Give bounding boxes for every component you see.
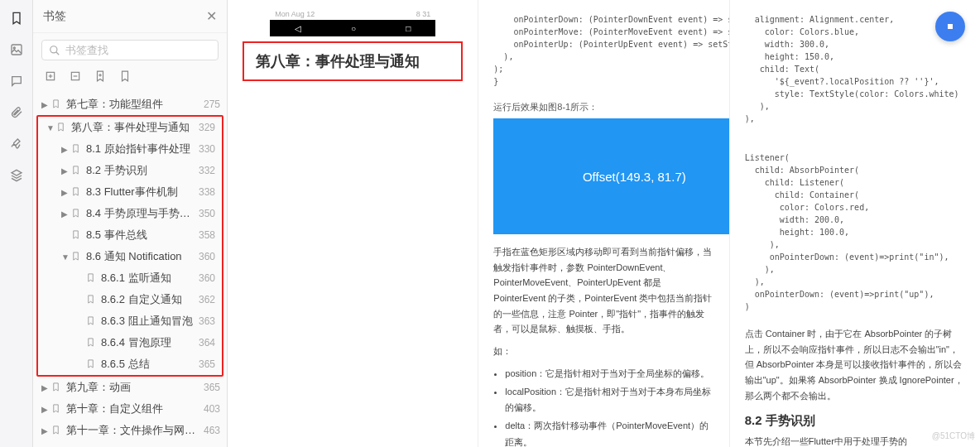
tree-item-page: 350 xyxy=(199,208,215,219)
svg-rect-0 xyxy=(12,45,22,55)
tree-item-label: 8.6 通知 Notification xyxy=(86,249,195,264)
tree-item-label: 8.4 手势原理与手势冲突 xyxy=(86,206,195,221)
tree-item[interactable]: ▶第十一章：文件操作与网络请求463 xyxy=(33,420,227,441)
bookmark-item-icon xyxy=(86,316,98,327)
tree-item[interactable]: 8.6.4 冒泡原理364 xyxy=(38,332,222,353)
chapter-title: 第八章：事件处理与通知 xyxy=(243,41,463,81)
bookmark-icon[interactable] xyxy=(8,10,25,26)
bookmark-sidebar: 书签 ✕ ▶第七章：功能型组件275▼第八章：事件处理与通知329▶8.1 原始… xyxy=(33,0,228,447)
heading-2: 8.2 手势识别 xyxy=(745,413,965,429)
paragraph: 如： xyxy=(493,344,713,359)
tree-item-label: 第九章：动画 xyxy=(66,380,200,395)
bookmark-toolbar xyxy=(33,67,227,90)
bookmark-item-icon xyxy=(86,338,98,348)
tree-item[interactable]: ▶第九章：动画365 xyxy=(33,377,227,398)
offset-text: Offset(149.3, 81.7) xyxy=(583,170,686,184)
tree-item-label: 8.6.4 冒泡原理 xyxy=(101,335,195,350)
demo-blue-box: Offset(149.3, 81.7) xyxy=(493,118,729,234)
tree-item[interactable]: ▼第八章：事件处理与通知329 xyxy=(38,117,222,138)
attachment-icon[interactable] xyxy=(8,104,25,121)
bullet-item: position：它是指针相对于当对于全局坐标的偏移。 xyxy=(505,366,713,382)
tree-arrow-icon: ▶ xyxy=(41,426,50,435)
tree-arrow-icon: ▼ xyxy=(61,252,70,262)
tree-item[interactable]: ▶8.4 手势原理与手势冲突350 xyxy=(38,203,222,224)
tree-item[interactable]: 8.6.3 阻止通知冒泡363 xyxy=(38,310,222,332)
search-input[interactable] xyxy=(65,44,211,56)
close-icon[interactable]: ✕ xyxy=(206,8,217,24)
code-block: Listener( child: AbsorbPointer( child: L… xyxy=(745,147,965,318)
tree-arrow-icon: ▶ xyxy=(61,209,70,219)
code-block: alignment: Alignment.center, color: Colo… xyxy=(745,8,965,130)
watermark: @51CTO博 xyxy=(932,430,975,442)
page-column-3: alignment: Alignment.center, color: Colo… xyxy=(730,0,980,447)
tree-item-label: 8.6.3 阻止通知冒泡 xyxy=(101,314,195,329)
tree-arrow-icon: ▶ xyxy=(41,100,50,109)
tree-item-page: 363 xyxy=(199,315,215,327)
tree-item-page: 330 xyxy=(199,143,215,155)
tree-item-label: 8.2 手势识别 xyxy=(86,163,195,178)
content-area: Mon Aug 12 8 31 ◁ ○ □ 第八章：事件处理与通知 onPoin… xyxy=(228,0,980,447)
phone-statusbar: Mon Aug 12 8 31 xyxy=(270,8,435,20)
tree-item[interactable]: 8.6.5 总结365 xyxy=(38,353,222,375)
bookmark-item-icon xyxy=(51,99,63,110)
bookmark-item-icon xyxy=(51,425,63,436)
tree-item-label: 8.1 原始指针事件处理 xyxy=(86,142,195,156)
bookmark-item-icon xyxy=(86,273,98,284)
layers-icon[interactable] xyxy=(8,167,25,184)
tree-item[interactable]: ▶8.3 Flutter事件机制338 xyxy=(38,181,222,203)
expand-all-icon[interactable] xyxy=(45,70,58,84)
bullet-item: delta：两次指针移动事件（PointerMoveEvent）的距离。 xyxy=(505,418,713,447)
bullet-item: localPosition：它是指针相对于当对于本身布局坐标的偏移。 xyxy=(505,384,713,417)
tree-item-page: 275 xyxy=(204,99,220,110)
tree-item[interactable]: 8.5 事件总线358 xyxy=(38,224,222,246)
tree-item[interactable]: ▶8.2 手势识别332 xyxy=(38,160,222,181)
tree-arrow-icon: ▶ xyxy=(61,188,70,197)
bookmark-item-icon xyxy=(51,404,63,415)
search-input-wrap[interactable] xyxy=(41,40,219,60)
tree-item-page: 360 xyxy=(199,272,215,284)
signature-icon[interactable] xyxy=(8,136,25,152)
tree-item-page: 403 xyxy=(204,403,220,415)
nav-recent-icon: □ xyxy=(406,24,411,33)
tree-item[interactable]: 8.6.1 监听通知360 xyxy=(38,267,222,289)
bookmark-item-icon xyxy=(86,295,98,305)
bookmark-outline-icon[interactable] xyxy=(119,70,132,84)
tree-item-page: 338 xyxy=(199,186,215,198)
bookmark-item-icon xyxy=(71,252,83,262)
tree-item-label: 8.3 Flutter事件机制 xyxy=(86,185,195,199)
phone-navbar: ◁ ○ □ xyxy=(270,20,435,36)
svg-point-1 xyxy=(13,47,15,49)
bookmark-item-icon xyxy=(71,187,83,198)
tree-item-label: 8.6.1 监听通知 xyxy=(101,271,195,286)
tree-item[interactable]: ▼8.6 通知 Notification360 xyxy=(38,246,222,267)
bullet-list: position：它是指针相对于当对于全局坐标的偏移。localPosition… xyxy=(493,366,713,447)
tree-arrow-icon: ▶ xyxy=(41,383,50,392)
tree-item-page: 360 xyxy=(199,251,215,262)
paragraph: 点击 Container 时，由于它在 AbsorbPointer 的子树上，所… xyxy=(745,326,965,403)
bookmark-item-icon xyxy=(71,166,83,176)
bookmark-item-icon xyxy=(51,382,63,393)
sidebar-title: 书签 xyxy=(43,9,206,24)
bookmark-item-icon xyxy=(71,144,83,155)
bookmark-item-icon xyxy=(86,359,98,370)
add-bookmark-icon[interactable] xyxy=(94,70,108,84)
tree-item[interactable]: ▶第七章：功能型组件275 xyxy=(33,94,227,115)
tree-item-label: 第十一章：文件操作与网络请求 xyxy=(66,423,200,438)
tree-item[interactable]: ▶第十章：自定义组件403 xyxy=(33,398,227,420)
image-icon[interactable] xyxy=(8,41,25,58)
tree-item-page: 463 xyxy=(204,425,220,436)
chat-icon[interactable] xyxy=(8,73,25,89)
tree-item[interactable]: ▶8.1 原始指针事件处理330 xyxy=(38,138,222,160)
tree-item-page: 332 xyxy=(199,165,215,176)
collapse-all-icon[interactable] xyxy=(70,70,83,84)
bookmark-item-icon xyxy=(56,123,68,133)
tree-item-label: 8.6.2 自定义通知 xyxy=(101,292,195,307)
tree-item-page: 364 xyxy=(199,337,215,348)
tree-arrow-icon: ▼ xyxy=(46,123,55,132)
left-rail xyxy=(0,0,33,447)
bookmark-item-icon xyxy=(71,230,83,241)
tree-item[interactable]: 8.6.2 自定义通知362 xyxy=(38,289,222,310)
tree-item-label: 8.5 事件总线 xyxy=(86,228,195,243)
statusbar-date: Mon Aug 12 xyxy=(275,10,315,18)
floating-action-button[interactable] xyxy=(935,12,965,41)
